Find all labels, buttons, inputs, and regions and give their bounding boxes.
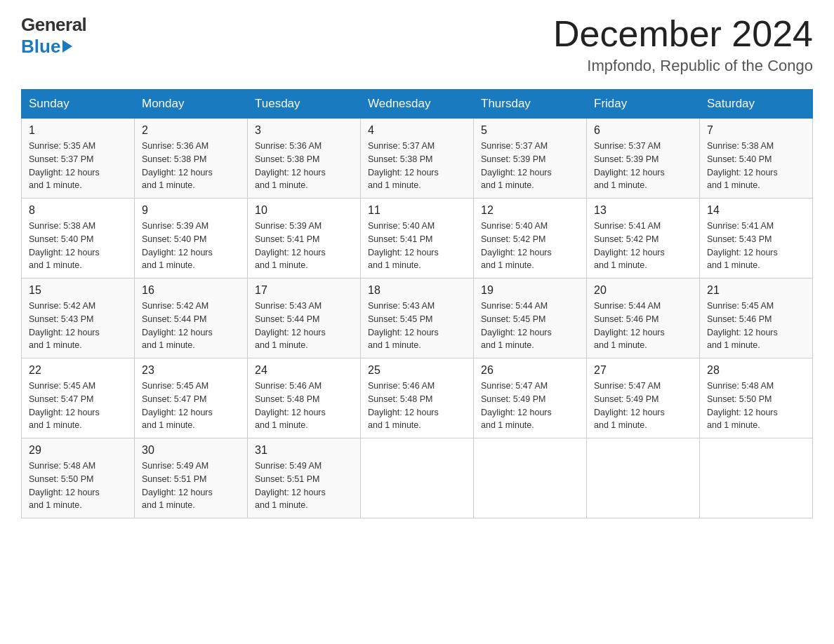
logo-arrow-icon: [62, 40, 72, 53]
day-number: 28: [707, 364, 805, 377]
day-number: 21: [707, 284, 805, 297]
table-row: 19 Sunrise: 5:44 AMSunset: 5:45 PMDaylig…: [474, 279, 587, 358]
table-row: 27 Sunrise: 5:47 AMSunset: 5:49 PMDaylig…: [587, 358, 700, 438]
day-info: Sunrise: 5:38 AMSunset: 5:40 PMDaylight:…: [29, 221, 100, 270]
table-row: 12 Sunrise: 5:40 AMSunset: 5:42 PMDaylig…: [474, 199, 587, 279]
table-row: 4 Sunrise: 5:37 AMSunset: 5:38 PMDayligh…: [361, 119, 474, 199]
table-row: 26 Sunrise: 5:47 AMSunset: 5:49 PMDaylig…: [474, 358, 587, 438]
location-label: Impfondo, Republic of the Congo: [553, 57, 813, 75]
table-row: 15 Sunrise: 5:42 AMSunset: 5:43 PMDaylig…: [22, 279, 135, 358]
day-info: Sunrise: 5:43 AMSunset: 5:44 PMDaylight:…: [255, 301, 326, 350]
day-number: 1: [29, 124, 127, 137]
table-row: 30 Sunrise: 5:49 AMSunset: 5:51 PMDaylig…: [135, 438, 248, 518]
day-info: Sunrise: 5:36 AMSunset: 5:38 PMDaylight:…: [142, 141, 213, 190]
day-info: Sunrise: 5:44 AMSunset: 5:46 PMDaylight:…: [594, 301, 665, 350]
calendar-week-row: 29 Sunrise: 5:48 AMSunset: 5:50 PMDaylig…: [22, 438, 813, 518]
table-row: 3 Sunrise: 5:36 AMSunset: 5:38 PMDayligh…: [248, 119, 361, 199]
table-row: 24 Sunrise: 5:46 AMSunset: 5:48 PMDaylig…: [248, 358, 361, 438]
day-number: 20: [594, 284, 692, 297]
day-info: Sunrise: 5:47 AMSunset: 5:49 PMDaylight:…: [481, 381, 552, 430]
day-number: 31: [255, 444, 353, 457]
day-number: 2: [142, 124, 240, 137]
day-info: Sunrise: 5:46 AMSunset: 5:48 PMDaylight:…: [255, 381, 326, 430]
day-number: 3: [255, 124, 353, 137]
col-sunday: Sunday: [22, 90, 135, 119]
day-number: 8: [29, 204, 127, 217]
day-info: Sunrise: 5:41 AMSunset: 5:42 PMDaylight:…: [594, 221, 665, 270]
day-info: Sunrise: 5:40 AMSunset: 5:42 PMDaylight:…: [481, 221, 552, 270]
day-number: 19: [481, 284, 579, 297]
calendar-week-row: 22 Sunrise: 5:45 AMSunset: 5:47 PMDaylig…: [22, 358, 813, 438]
day-info: Sunrise: 5:37 AMSunset: 5:39 PMDaylight:…: [594, 141, 665, 190]
table-row: 5 Sunrise: 5:37 AMSunset: 5:39 PMDayligh…: [474, 119, 587, 199]
table-row: 16 Sunrise: 5:42 AMSunset: 5:44 PMDaylig…: [135, 279, 248, 358]
calendar-header-row: Sunday Monday Tuesday Wednesday Thursday…: [22, 90, 813, 119]
table-row: [700, 438, 813, 518]
day-info: Sunrise: 5:47 AMSunset: 5:49 PMDaylight:…: [594, 381, 665, 430]
day-number: 22: [29, 364, 127, 377]
day-info: Sunrise: 5:38 AMSunset: 5:40 PMDaylight:…: [707, 141, 778, 190]
day-info: Sunrise: 5:48 AMSunset: 5:50 PMDaylight:…: [29, 461, 100, 510]
day-number: 11: [368, 204, 466, 217]
day-info: Sunrise: 5:49 AMSunset: 5:51 PMDaylight:…: [142, 461, 213, 510]
col-thursday: Thursday: [474, 90, 587, 119]
calendar-week-row: 1 Sunrise: 5:35 AMSunset: 5:37 PMDayligh…: [22, 119, 813, 199]
day-info: Sunrise: 5:45 AMSunset: 5:47 PMDaylight:…: [142, 381, 213, 430]
day-number: 5: [481, 124, 579, 137]
table-row: 17 Sunrise: 5:43 AMSunset: 5:44 PMDaylig…: [248, 279, 361, 358]
col-tuesday: Tuesday: [248, 90, 361, 119]
logo: General Blue: [21, 14, 86, 58]
calendar-table: Sunday Monday Tuesday Wednesday Thursday…: [21, 89, 813, 518]
day-info: Sunrise: 5:42 AMSunset: 5:43 PMDaylight:…: [29, 301, 100, 350]
calendar-week-row: 15 Sunrise: 5:42 AMSunset: 5:43 PMDaylig…: [22, 279, 813, 358]
day-info: Sunrise: 5:43 AMSunset: 5:45 PMDaylight:…: [368, 301, 439, 350]
table-row: 28 Sunrise: 5:48 AMSunset: 5:50 PMDaylig…: [700, 358, 813, 438]
day-info: Sunrise: 5:46 AMSunset: 5:48 PMDaylight:…: [368, 381, 439, 430]
day-number: 9: [142, 204, 240, 217]
day-number: 16: [142, 284, 240, 297]
day-number: 13: [594, 204, 692, 217]
day-number: 17: [255, 284, 353, 297]
day-info: Sunrise: 5:39 AMSunset: 5:40 PMDaylight:…: [142, 221, 213, 270]
day-info: Sunrise: 5:49 AMSunset: 5:51 PMDaylight:…: [255, 461, 326, 510]
day-info: Sunrise: 5:37 AMSunset: 5:38 PMDaylight:…: [368, 141, 439, 190]
day-number: 26: [481, 364, 579, 377]
col-friday: Friday: [587, 90, 700, 119]
table-row: 23 Sunrise: 5:45 AMSunset: 5:47 PMDaylig…: [135, 358, 248, 438]
table-row: 18 Sunrise: 5:43 AMSunset: 5:45 PMDaylig…: [361, 279, 474, 358]
day-number: 6: [594, 124, 692, 137]
day-info: Sunrise: 5:45 AMSunset: 5:47 PMDaylight:…: [29, 381, 100, 430]
table-row: 14 Sunrise: 5:41 AMSunset: 5:43 PMDaylig…: [700, 199, 813, 279]
table-row: 1 Sunrise: 5:35 AMSunset: 5:37 PMDayligh…: [22, 119, 135, 199]
day-info: Sunrise: 5:42 AMSunset: 5:44 PMDaylight:…: [142, 301, 213, 350]
day-info: Sunrise: 5:41 AMSunset: 5:43 PMDaylight:…: [707, 221, 778, 270]
month-title: December 2024: [553, 14, 813, 54]
day-info: Sunrise: 5:37 AMSunset: 5:39 PMDaylight:…: [481, 141, 552, 190]
table-row: [474, 438, 587, 518]
table-row: 8 Sunrise: 5:38 AMSunset: 5:40 PMDayligh…: [22, 199, 135, 279]
calendar-week-row: 8 Sunrise: 5:38 AMSunset: 5:40 PMDayligh…: [22, 199, 813, 279]
day-info: Sunrise: 5:35 AMSunset: 5:37 PMDaylight:…: [29, 141, 100, 190]
table-row: 7 Sunrise: 5:38 AMSunset: 5:40 PMDayligh…: [700, 119, 813, 199]
page-header: General Blue December 2024 Impfondo, Rep…: [21, 14, 813, 75]
day-info: Sunrise: 5:48 AMSunset: 5:50 PMDaylight:…: [707, 381, 778, 430]
day-info: Sunrise: 5:45 AMSunset: 5:46 PMDaylight:…: [707, 301, 778, 350]
day-number: 25: [368, 364, 466, 377]
logo-general: General: [21, 14, 86, 36]
day-number: 23: [142, 364, 240, 377]
day-number: 24: [255, 364, 353, 377]
logo-blue: Blue: [21, 36, 60, 58]
col-saturday: Saturday: [700, 90, 813, 119]
title-section: December 2024 Impfondo, Republic of the …: [553, 14, 813, 75]
day-info: Sunrise: 5:44 AMSunset: 5:45 PMDaylight:…: [481, 301, 552, 350]
table-row: 13 Sunrise: 5:41 AMSunset: 5:42 PMDaylig…: [587, 199, 700, 279]
day-number: 4: [368, 124, 466, 137]
table-row: 6 Sunrise: 5:37 AMSunset: 5:39 PMDayligh…: [587, 119, 700, 199]
table-row: 10 Sunrise: 5:39 AMSunset: 5:41 PMDaylig…: [248, 199, 361, 279]
day-info: Sunrise: 5:36 AMSunset: 5:38 PMDaylight:…: [255, 141, 326, 190]
day-number: 15: [29, 284, 127, 297]
col-monday: Monday: [135, 90, 248, 119]
day-number: 18: [368, 284, 466, 297]
day-number: 7: [707, 124, 805, 137]
col-wednesday: Wednesday: [361, 90, 474, 119]
